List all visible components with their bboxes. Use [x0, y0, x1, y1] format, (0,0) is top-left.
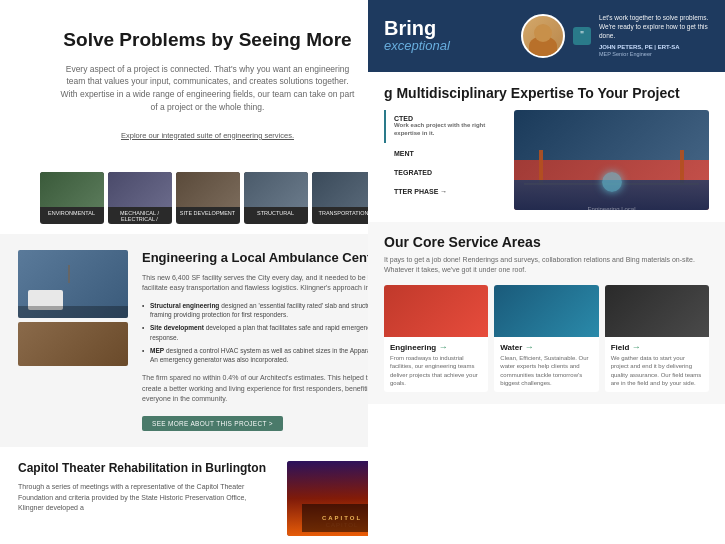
- hero-section: Solve Problems by Seeing More Every aspe…: [0, 0, 415, 162]
- water-tile-body: Water → Clean, Efficient, Sustainable. O…: [494, 337, 598, 393]
- bullet-mep: MEP designed a control HVAC system as we…: [142, 346, 397, 366]
- ambulance-footer: The firm spared no within 0.4% of our Ar…: [142, 373, 397, 405]
- tile-structural[interactable]: STRUCTURAL: [244, 172, 308, 224]
- field-tile-image: [605, 285, 709, 337]
- banner-quote: Let's work together to solve problems. W…: [599, 13, 709, 59]
- banner-person-section: " Let's work together to solve problems.…: [521, 13, 709, 59]
- bullet-structural: Structural engineering designed an 'esse…: [142, 301, 397, 321]
- service-tiles: ENVIRONMENTAL MECHANICAL / ELECTRICAL / …: [0, 162, 415, 234]
- field-tile-desc: We gather data to start your project and…: [611, 354, 703, 388]
- capitol-text: Capitol Theater Rehabilitation in Burlin…: [18, 461, 273, 536]
- banner-exceptional: exceptional: [384, 38, 450, 54]
- core-description: It pays to get a job done! Renderings an…: [384, 255, 709, 275]
- field-tile-title: Field →: [611, 342, 703, 352]
- multi-item-env-title: MENT: [394, 150, 496, 157]
- core-tile-water[interactable]: Water → Clean, Efficient, Sustainable. O…: [494, 285, 598, 393]
- tile-mep-image: [108, 172, 172, 207]
- tile-trans-image: [312, 172, 376, 207]
- person-name: JOHN PETERS, PE | ERT-SA: [599, 43, 709, 51]
- flag-pole: [68, 265, 70, 283]
- capitol-title: Capitol Theater Rehabilitation in Burlin…: [18, 461, 273, 477]
- banner-bring: Bring: [384, 18, 450, 38]
- ambulance-small-image: [18, 322, 128, 366]
- ambulance-text: Engineering a Local Ambulance Center Thi…: [142, 250, 397, 431]
- right-panel: Bring exceptional " Let's work together …: [368, 0, 725, 544]
- ambulance-description: This new 6,400 SF facility serves the Ci…: [142, 273, 397, 294]
- capitol-section: Capitol Theater Rehabilitation in Burlin…: [0, 447, 415, 544]
- ambulance-title: Engineering a Local Ambulance Center: [142, 250, 397, 267]
- bullet-site: Site development developed a plan that f…: [142, 323, 397, 343]
- multi-item-bp-title: TTER PHASE →: [394, 188, 496, 195]
- core-service-section: Our Core Service Areas It pays to get a …: [368, 222, 725, 404]
- tile-site-image: [176, 172, 240, 207]
- core-tile-engineering[interactable]: Engineering → From roadways to industria…: [384, 285, 488, 393]
- multi-content: CTED Work each project with the right ex…: [384, 110, 709, 210]
- multi-item-int-title: TEGRATED: [394, 169, 496, 176]
- multi-item-connected-title: CTED: [394, 115, 496, 122]
- tile-site-label: SITE DEVELOPMENT: [176, 207, 240, 219]
- ambulance-main-image: [18, 250, 128, 318]
- banner-left-text: Bring exceptional: [384, 18, 450, 54]
- multi-image: Engineering Local: [514, 110, 709, 210]
- tile-trans-label: TRANSPORTATION: [312, 207, 376, 219]
- multi-item-environment[interactable]: MENT: [384, 145, 504, 162]
- ambulance-cta-button[interactable]: SEE MORE ABOUT THIS PROJECT >: [142, 416, 283, 431]
- water-tile-title: Water →: [500, 342, 592, 352]
- tile-mep-label: MECHANICAL / ELECTRICAL / PLUMBING: [108, 207, 172, 224]
- top-banner: Bring exceptional " Let's work together …: [368, 0, 725, 72]
- engineering-tile-desc: From roadways to industrial facilities, …: [390, 354, 482, 388]
- water-tile-desc: Clean, Efficient, Sustainable. Our water…: [500, 354, 592, 388]
- multidisciplinary-section: g Multidisciplinary Expertise To Your Pr…: [368, 72, 725, 222]
- fountain: [602, 172, 622, 192]
- multi-item-connected-desc: Work each project with the right experti…: [394, 122, 496, 138]
- ambulance-bullets: Structural engineering designed an 'esse…: [142, 301, 397, 366]
- tile-struct-label: STRUCTURAL: [244, 207, 308, 219]
- ambulance-section: Engineering a Local Ambulance Center Thi…: [0, 234, 415, 447]
- explore-link[interactable]: Explore our integrated suite of engineer…: [121, 131, 294, 140]
- core-title: Our Core Service Areas: [384, 234, 709, 250]
- person-title: MEP Senior Engineer: [599, 51, 709, 59]
- tile-mep[interactable]: MECHANICAL / ELECTRICAL / PLUMBING: [108, 172, 172, 224]
- core-tiles: Engineering → From roadways to industria…: [384, 285, 709, 393]
- capitol-description: Through a series of meetings with a repr…: [18, 482, 273, 514]
- ambulance-images: [18, 250, 128, 431]
- tile-env-image: [40, 172, 104, 207]
- water-tile-image: [494, 285, 598, 337]
- multi-item-better-phase[interactable]: TTER PHASE →: [384, 183, 504, 200]
- multi-item-integrated[interactable]: TEGRATED: [384, 164, 504, 181]
- tile-environmental[interactable]: ENVIRONMENTAL: [40, 172, 104, 224]
- core-tile-field[interactable]: Field → We gather data to start your pro…: [605, 285, 709, 393]
- quote-text: Let's work together to solve problems. W…: [599, 13, 709, 40]
- page-wrapper: Solve Problems by Seeing More Every aspe…: [0, 0, 725, 544]
- multi-item-connected[interactable]: CTED Work each project with the right ex…: [384, 110, 504, 143]
- field-tile-body: Field → We gather data to start your pro…: [605, 337, 709, 393]
- hero-title: Solve Problems by Seeing More: [40, 28, 375, 53]
- tile-struct-image: [244, 172, 308, 207]
- multi-title: g Multidisciplinary Expertise To Your Pr…: [384, 84, 709, 102]
- person-avatar: [521, 14, 565, 58]
- quote-icon: ": [573, 27, 591, 45]
- engineering-tile-image: [384, 285, 488, 337]
- engineering-local-marker: Engineering Local: [514, 206, 709, 210]
- engineering-tile-body: Engineering → From roadways to industria…: [384, 337, 488, 393]
- left-panel: Solve Problems by Seeing More Every aspe…: [0, 0, 415, 544]
- tile-transportation[interactable]: TRANSPORTATION: [312, 172, 376, 224]
- multi-items-list: CTED Work each project with the right ex…: [384, 110, 504, 210]
- tile-site[interactable]: SITE DEVELOPMENT: [176, 172, 240, 224]
- hero-description: Every aspect of a project is connected. …: [58, 63, 358, 114]
- tile-env-label: ENVIRONMENTAL: [40, 207, 104, 219]
- engineering-tile-title: Engineering →: [390, 342, 482, 352]
